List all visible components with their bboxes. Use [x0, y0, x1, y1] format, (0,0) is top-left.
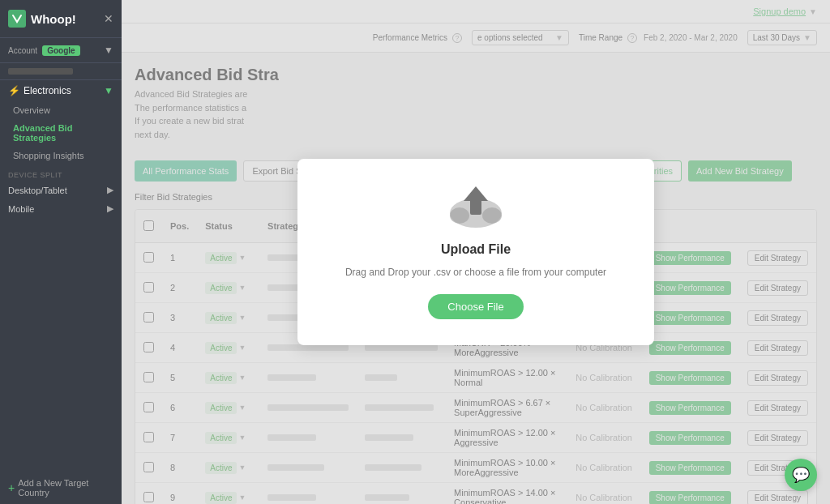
device-split-label: DEVICE SPLIT — [0, 164, 122, 181]
sidebar-item-desktop-tablet[interactable]: Desktop/Tablet ▶ — [0, 181, 122, 199]
upload-modal: Upload File Drag and Drop your .csv or c… — [297, 159, 654, 345]
sidebar-user — [0, 63, 122, 80]
choose-file-button[interactable]: Choose File — [428, 294, 523, 319]
whoop-logo-svg — [11, 13, 23, 24]
chat-bubble-button[interactable]: 💬 — [785, 459, 817, 491]
sidebar-item-electronics[interactable]: ⚡ Electronics ▼ — [0, 80, 122, 101]
svg-marker-4 — [464, 186, 488, 201]
sidebar-item-advanced-bid[interactable]: Advanced Bid Strategies — [0, 119, 122, 147]
account-label: Account — [8, 46, 37, 55]
chat-icon: 💬 — [792, 466, 810, 484]
sidebar-item-shopping-insights[interactable]: Shopping Insights — [0, 147, 122, 164]
modal-title: Upload File — [330, 242, 622, 257]
electronics-icon: ⚡ — [8, 85, 20, 96]
sidebar-logo-text: Whoop! — [31, 12, 76, 26]
sidebar: Whoop! ✕ Account Google ▼ ⚡ Electronics … — [0, 0, 122, 504]
main-content: Signup demo ▼ Performance Metrics ? e op… — [122, 0, 830, 504]
sidebar-item-overview[interactable]: Overview — [0, 101, 122, 119]
mobile-arrow: ▶ — [107, 203, 113, 214]
logo-icon — [8, 10, 26, 28]
modal-overlay[interactable]: Upload File Drag and Drop your .csv or c… — [122, 0, 830, 504]
upload-icon — [447, 185, 504, 229]
sidebar-header: Whoop! ✕ — [0, 0, 122, 38]
sidebar-item-mobile[interactable]: Mobile ▶ — [0, 199, 122, 218]
electronics-label: Electronics — [24, 85, 71, 96]
desktop-arrow: ▶ — [107, 185, 113, 195]
sidebar-logo: Whoop! — [8, 10, 76, 28]
plus-icon: + — [8, 481, 15, 494]
sidebar-account: Account Google ▼ — [0, 38, 122, 63]
account-name-badge[interactable]: Google — [42, 45, 79, 56]
sidebar-close-button[interactable]: ✕ — [104, 12, 113, 25]
add-country-label: Add a New Target Country — [18, 478, 113, 498]
modal-description: Drag and Drop your .csv or choose a file… — [330, 267, 622, 278]
account-arrow[interactable]: ▼ — [104, 45, 113, 56]
add-country-button[interactable]: + Add a New Target Country — [0, 472, 122, 504]
electronics-arrow: ▼ — [104, 85, 113, 96]
